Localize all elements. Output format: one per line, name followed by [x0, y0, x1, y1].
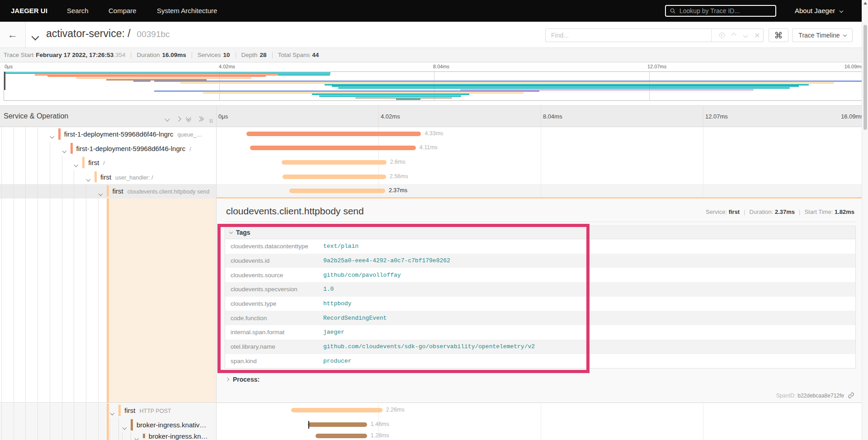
indent-guide	[38, 403, 38, 418]
span-row[interactable]: broker-ingress.kn…1.28ms	[0, 432, 868, 440]
trace-name[interactable]: activator-service: /	[46, 28, 131, 39]
expand-one-icon[interactable]	[177, 114, 180, 123]
span-row[interactable]: broker-ingress.knativ…1.46ms	[0, 418, 868, 432]
span-duration-bar[interactable]	[316, 434, 367, 438]
span-name-label[interactable]: broker-ingress.kn…	[149, 432, 208, 440]
detail-summary-value: 1.82ms	[835, 208, 854, 215]
span-service-name: broker-ingress.knativ…	[137, 421, 206, 429]
chevron-down-icon	[843, 33, 846, 36]
link-icon[interactable]	[848, 392, 854, 399]
span-name-label[interactable]: firstHTTP POST	[124, 403, 171, 418]
span-name-label[interactable]: first-1-deployment-59968d6f46-lngrc/	[76, 142, 191, 156]
tags-section-header[interactable]: Tags	[225, 226, 855, 239]
span-duration-bar[interactable]	[250, 146, 416, 150]
row-collapse-chevron[interactable]	[87, 175, 90, 183]
match-scroll-icon[interactable]	[716, 29, 728, 42]
indent-guide	[14, 403, 14, 418]
scrollbar-up-arrow[interactable]	[863, 2, 867, 5]
span-row[interactable]: firstHTTP POST2.26ms	[0, 403, 868, 418]
trace-view-selector[interactable]: Trace Timeline	[792, 28, 853, 42]
row-gridline	[703, 142, 703, 156]
indent-guide	[1, 418, 2, 432]
back-button[interactable]: ←	[0, 22, 26, 47]
detail-summary-label: Service:	[706, 208, 729, 215]
span-row-name-cell[interactable]: broker-ingress.knativ…	[0, 418, 216, 432]
collapse-all-icon[interactable]	[187, 113, 194, 121]
nav-item-system-architecture[interactable]: System Architecture	[157, 0, 217, 22]
row-collapse-chevron[interactable]	[75, 160, 78, 168]
trace-title: activator-service: /00391bc	[46, 28, 170, 40]
span-row[interactable]: first-1-deployment-59968d6f46-lngrcqueue…	[0, 127, 868, 142]
span-row-name-cell[interactable]: first/	[0, 156, 216, 170]
span-row[interactable]: firstuser_handler: /2.56ms	[0, 170, 868, 185]
span-row-name-cell[interactable]: first-1-deployment-59968d6f46-lngrc/	[0, 142, 216, 156]
indent-guide	[38, 170, 38, 185]
span-duration-label: 1.28ms	[371, 432, 389, 439]
span-row[interactable]: first-1-deployment-59968d6f46-lngrc/4.11…	[0, 142, 868, 156]
span-row-name-cell[interactable]: firstHTTP POST	[0, 403, 216, 418]
span-name-label[interactable]: firstcloudevents.client.httpbody send	[113, 184, 210, 199]
indent-guide	[86, 418, 86, 432]
indent-guide	[50, 184, 50, 199]
span-row-timeline-cell	[216, 432, 868, 440]
timeline-header: Service & Operation 0μs4.02ms8.04ms12.07…	[0, 105, 868, 127]
nav-item-compare[interactable]: Compare	[108, 0, 137, 22]
trace-lookup-box[interactable]	[665, 5, 776, 17]
row-collapse-chevron[interactable]	[135, 434, 138, 440]
span-duration-bar[interactable]	[291, 408, 382, 412]
process-section-header[interactable]: Process:	[226, 376, 259, 383]
row-gridline	[541, 127, 541, 142]
span-duration-label: 2.56ms	[390, 173, 408, 180]
span-row-name-cell[interactable]: broker-ingress.kn…	[0, 432, 216, 440]
column-resize-grip[interactable]	[210, 119, 213, 123]
minimap-tick-label: 12.07ms	[647, 64, 666, 69]
row-collapse-chevron[interactable]	[99, 189, 102, 197]
about-jaeger-menu[interactable]: About Jaeger	[795, 0, 843, 22]
span-duration-bar[interactable]	[289, 189, 385, 193]
nav-item-search[interactable]: Search	[67, 0, 89, 22]
indent-guide	[14, 432, 14, 440]
row-collapse-chevron[interactable]	[123, 422, 126, 431]
find-input[interactable]	[546, 31, 701, 39]
minimap-viewport-handle[interactable]	[4, 72, 5, 90]
span-duration-label: 2.37ms	[389, 187, 407, 194]
indent-guide	[110, 432, 110, 440]
indent-guide	[14, 418, 14, 432]
span-duration-bar[interactable]	[308, 422, 367, 427]
span-row[interactable]: first/2.6ms	[0, 156, 868, 170]
collapse-one-icon[interactable]	[165, 114, 169, 123]
span-row-name-cell[interactable]: firstuser_handler: /	[0, 170, 216, 185]
scrollbar-thumb[interactable]	[863, 25, 867, 130]
row-collapse-chevron[interactable]	[111, 408, 114, 416]
row-gridline	[703, 432, 703, 440]
span-log-marker[interactable]	[308, 421, 309, 429]
span-row-name-cell[interactable]: first-1-deployment-59968d6f46-lngrcqueue…	[0, 127, 216, 142]
prev-match-icon[interactable]	[728, 29, 740, 42]
span-duration-bar[interactable]	[282, 160, 387, 165]
span-row[interactable]: firstcloudevents.client.httpbody send2.3…	[0, 184, 868, 199]
trace-lookup-input[interactable]	[679, 7, 766, 15]
trace-collapse-toggle[interactable]	[33, 33, 38, 41]
minimap-span-bar	[396, 99, 420, 100]
span-name-label[interactable]: broker-ingress.knativ…	[137, 418, 206, 432]
timeline-minimap[interactable]	[4, 71, 864, 101]
minimap-span-bar	[180, 82, 834, 84]
clear-find-icon[interactable]: ✕	[751, 29, 763, 42]
span-row-name-cell[interactable]: firstcloudevents.client.httpbody send	[0, 184, 216, 199]
app-brand[interactable]: JAEGER UI	[11, 0, 47, 22]
keyboard-shortcuts-button[interactable]: ⌘	[769, 28, 788, 42]
span-duration-bar[interactable]	[246, 132, 421, 136]
minimap-tick-label: 16.09ms	[844, 64, 863, 69]
row-collapse-chevron[interactable]	[63, 146, 66, 154]
span-name-label[interactable]: first-1-deployment-59968d6f46-lngrcqueue…	[64, 127, 202, 142]
span-name-label[interactable]: first/	[88, 156, 105, 170]
expand-all-icon[interactable]	[198, 114, 205, 123]
span-name-label[interactable]: firstuser_handler: /	[100, 170, 153, 185]
row-gridline	[541, 403, 541, 418]
next-match-icon[interactable]	[740, 29, 751, 42]
row-collapse-chevron[interactable]	[51, 132, 54, 140]
span-duration-bar[interactable]	[283, 175, 386, 179]
meta-value: 44	[312, 52, 319, 58]
detail-summary-value: first	[729, 208, 740, 215]
indent-guide	[131, 432, 131, 440]
